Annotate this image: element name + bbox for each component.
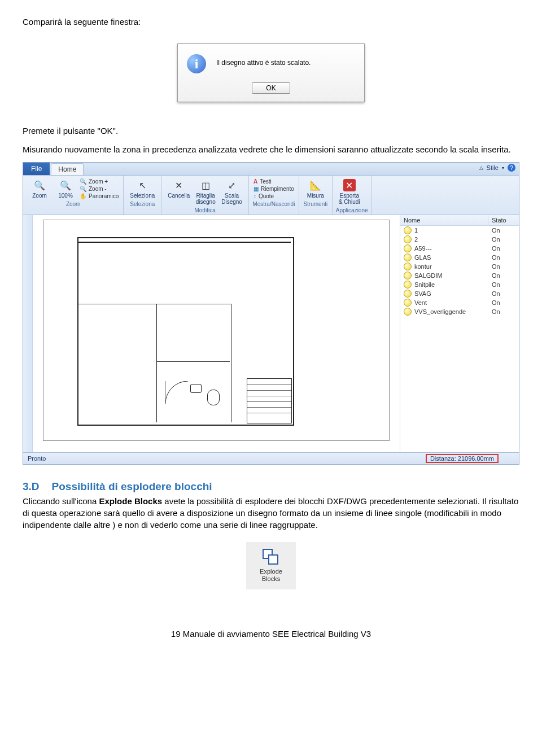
home-tab[interactable]: Home: [51, 163, 84, 175]
cursor-icon: ↖: [136, 179, 148, 191]
layer-name: Snitpile: [414, 281, 492, 288]
layer-state: On: [492, 299, 515, 306]
info-icon: i: [187, 54, 206, 73]
heading-title: Possibilità di esplodere blocchi: [52, 480, 212, 493]
bulb-icon: [404, 254, 412, 261]
ribbon-group-modifica: ✕ Cancella ◫ Ritaglia disegno ⤢ Scala Di…: [161, 176, 249, 215]
zoom-minus-button[interactable]: 🔍Zoom -: [78, 185, 120, 193]
paragraph-measure: Misurando nuovamente la zona in preceden…: [23, 143, 519, 155]
door-arc: [165, 381, 188, 404]
scale-icon: ⤢: [226, 179, 238, 191]
zoom-icon: 🔍: [33, 179, 46, 191]
file-tab[interactable]: File: [23, 163, 50, 175]
dialog-box: i Il disegno attivo è stato scalato. OK: [177, 43, 365, 102]
page-footer: 19 Manuale di avviamento SEE Electrical …: [23, 629, 519, 639]
stile-label[interactable]: Stile: [487, 164, 499, 171]
app-window: File Home △ Stile ▾ ? 🔍 Zoom 🔍 100% 🔍: [23, 162, 519, 465]
wc-icon: [207, 390, 220, 405]
collapse-icon[interactable]: △: [479, 165, 483, 171]
layer-name: SALGDIM: [414, 272, 492, 279]
layer-state: On: [492, 254, 515, 261]
menu-bar: File Home △ Stile ▾ ?: [23, 163, 519, 176]
measure-icon: 📐: [309, 179, 322, 191]
layer-name: VVS_overliggende: [414, 308, 492, 315]
layer-row[interactable]: SALGDIMOn: [400, 271, 519, 280]
measure-button[interactable]: 📐 Misura: [303, 178, 328, 200]
layer-row[interactable]: VentOn: [400, 298, 519, 307]
chevron-down-icon[interactable]: ▾: [502, 165, 504, 171]
bulb-icon: [404, 281, 412, 289]
bulb-icon: [404, 244, 412, 252]
layer-state: On: [492, 290, 515, 297]
layer-row[interactable]: A59---On: [400, 244, 519, 253]
sink-icon: [190, 384, 202, 393]
zoom-button[interactable]: 🔍 Zoom: [27, 178, 52, 200]
bulb-icon: [404, 308, 412, 316]
paragraph-explode: Cliccando sull'icona Explode Blocks avet…: [23, 495, 519, 531]
layer-state: On: [492, 281, 515, 288]
crop-button[interactable]: ◫ Ritaglia disegno: [193, 178, 218, 206]
explode-blocks-icon: [263, 549, 279, 565]
layer-state: On: [492, 236, 515, 243]
section-heading: 3.D Possibilità di esplodere blocchi: [23, 480, 519, 493]
layer-name: 1: [414, 227, 492, 234]
layer-row[interactable]: 2On: [400, 235, 519, 244]
layer-row[interactable]: VVS_overliggendeOn: [400, 307, 519, 316]
layer-row[interactable]: konturOn: [400, 262, 519, 271]
ribbon-group-title: Zoom: [27, 201, 120, 207]
layer-state: On: [492, 245, 515, 252]
ribbon-group-mostra: ATesti ▦Riempimento ↕Quote Mostra/Nascon…: [249, 176, 299, 215]
ribbon-group-seleziona: ↖ Seleziona Seleziona: [124, 176, 161, 215]
status-ready: Pronto: [23, 455, 46, 462]
layer-state: On: [492, 263, 515, 270]
ok-button[interactable]: OK: [252, 82, 290, 94]
layer-row[interactable]: 1On: [400, 226, 519, 235]
select-button[interactable]: ↖ Seleziona: [128, 178, 157, 200]
canvas-area[interactable]: [33, 215, 400, 452]
status-distance: Distanza: 21096.00mm: [426, 454, 499, 463]
workspace: Nome Stato 1On2OnA59---OnGLASOnkonturOnS…: [23, 215, 519, 452]
paragraph-press-ok: Premete il pulsante "OK".: [23, 125, 519, 137]
col-header-stato[interactable]: Stato: [488, 215, 519, 225]
texts-button[interactable]: ATesti: [252, 178, 295, 185]
col-header-nome[interactable]: Nome: [400, 215, 488, 225]
layer-name: GLAS: [414, 254, 492, 261]
bulb-icon: [404, 235, 412, 243]
bulb-icon: [404, 226, 412, 234]
quotes-button[interactable]: ↕Quote: [252, 193, 295, 200]
bulb-icon: [404, 290, 412, 298]
layer-name: Vent: [414, 299, 492, 306]
export-icon: ✕: [343, 179, 356, 191]
ribbon-group-strumenti: 📐 Misura Strumenti: [299, 176, 333, 215]
scale-button[interactable]: ⤢ Scala Disegno: [219, 178, 244, 206]
layer-list: 1On2OnA59---OnGLASOnkonturOnSALGDIMOnSni…: [400, 226, 519, 316]
layer-state: On: [492, 308, 515, 315]
help-icon[interactable]: ?: [508, 164, 515, 172]
layer-name: SVAG: [414, 290, 492, 297]
bulb-icon: [404, 299, 412, 307]
delete-button[interactable]: ✕ Cancella: [165, 178, 192, 206]
zoom-100-button[interactable]: 🔍 100%: [53, 178, 78, 200]
layer-name: kontur: [414, 263, 492, 270]
ribbon-group-applicazione: ✕ Esporta & Chiudi Applicazione: [333, 176, 372, 215]
canvas: [43, 220, 390, 441]
layer-row[interactable]: GLASOn: [400, 253, 519, 262]
layer-row[interactable]: SVAGOn: [400, 289, 519, 298]
left-bar: [23, 215, 33, 452]
zoom-plus-button[interactable]: 🔍Zoom +: [78, 178, 120, 185]
layers-panel: Nome Stato 1On2OnA59---OnGLASOnkonturOnS…: [400, 215, 519, 452]
explode-blocks-button[interactable]: Explode Blocks: [246, 542, 296, 589]
layer-name: A59---: [414, 245, 492, 252]
layer-name: 2: [414, 236, 492, 243]
layer-row[interactable]: SnitpileOn: [400, 280, 519, 289]
heading-number: 3.D: [23, 480, 40, 493]
pan-button[interactable]: ✋Panoramico: [78, 193, 120, 200]
zoom100-icon: 🔍: [59, 179, 72, 191]
fill-button[interactable]: ▦Riempimento: [252, 185, 295, 193]
crop-icon: ◫: [199, 179, 212, 191]
dialog-message: Il disegno attivo è stato scalato.: [216, 59, 311, 67]
export-close-button[interactable]: ✕ Esporta & Chiudi: [336, 178, 362, 206]
status-bar: Pronto Distanza: 21096.00mm: [23, 452, 519, 464]
layer-state: On: [492, 227, 515, 234]
layer-state: On: [492, 272, 515, 279]
